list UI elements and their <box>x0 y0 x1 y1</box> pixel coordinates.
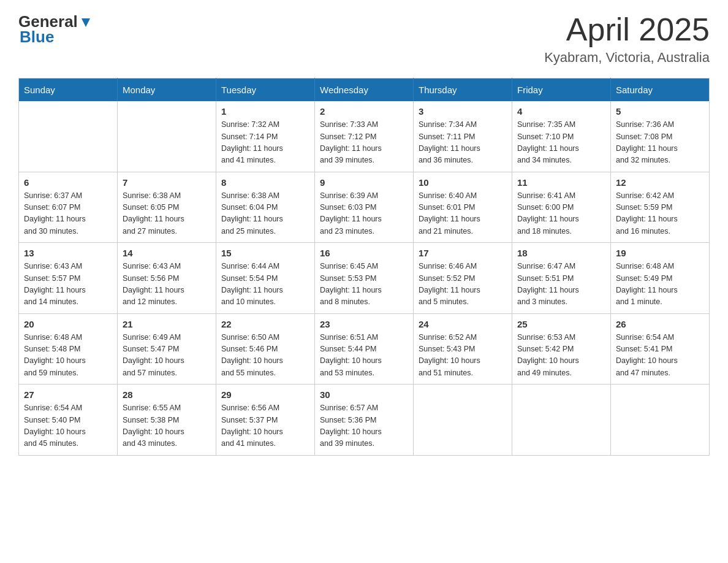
weekday-header-monday: Monday <box>118 79 216 102</box>
weekday-row: SundayMondayTuesdayWednesdayThursdayFrid… <box>19 79 710 102</box>
day-number: 30 <box>320 389 408 400</box>
day-info: Sunrise: 6:38 AMSunset: 6:04 PMDaylight:… <box>221 190 309 238</box>
calendar-cell <box>611 385 710 456</box>
day-info: Sunrise: 6:50 AMSunset: 5:46 PMDaylight:… <box>221 332 309 380</box>
weekday-header-thursday: Thursday <box>414 79 512 102</box>
day-number: 25 <box>517 319 605 329</box>
day-info: Sunrise: 6:42 AMSunset: 5:59 PMDaylight:… <box>616 190 704 238</box>
day-info: Sunrise: 6:55 AMSunset: 5:38 PMDaylight:… <box>123 402 211 450</box>
logo-triangle-icon <box>79 16 93 29</box>
calendar-cell: 20Sunrise: 6:48 AMSunset: 5:48 PMDayligh… <box>19 313 118 385</box>
calendar-cell: 25Sunrise: 6:53 AMSunset: 5:42 PMDayligh… <box>512 313 611 385</box>
day-info: Sunrise: 6:49 AMSunset: 5:47 PMDaylight:… <box>123 332 211 380</box>
week-row-5: 27Sunrise: 6:54 AMSunset: 5:40 PMDayligh… <box>19 385 710 456</box>
day-info: Sunrise: 6:41 AMSunset: 6:00 PMDaylight:… <box>517 190 605 238</box>
calendar-cell <box>118 101 216 172</box>
calendar-cell: 14Sunrise: 6:43 AMSunset: 5:56 PMDayligh… <box>118 243 216 314</box>
day-info: Sunrise: 6:45 AMSunset: 5:53 PMDaylight:… <box>320 261 408 308</box>
day-info: Sunrise: 6:54 AMSunset: 5:41 PMDaylight:… <box>616 332 704 380</box>
day-number: 14 <box>123 248 211 258</box>
calendar-cell: 9Sunrise: 6:39 AMSunset: 6:03 PMDaylight… <box>315 172 414 243</box>
calendar-title: April 2025 <box>544 12 710 47</box>
title-block: April 2025 Kyabram, Victoria, Australia <box>544 12 710 66</box>
week-row-2: 6Sunrise: 6:37 AMSunset: 6:07 PMDaylight… <box>19 172 710 243</box>
week-row-4: 20Sunrise: 6:48 AMSunset: 5:48 PMDayligh… <box>19 313 710 385</box>
day-info: Sunrise: 6:54 AMSunset: 5:40 PMDaylight:… <box>24 402 112 450</box>
day-info: Sunrise: 6:56 AMSunset: 5:37 PMDaylight:… <box>221 402 309 450</box>
day-info: Sunrise: 6:44 AMSunset: 5:54 PMDaylight:… <box>221 261 309 308</box>
day-number: 24 <box>419 319 507 329</box>
day-info: Sunrise: 6:40 AMSunset: 6:01 PMDaylight:… <box>419 190 507 238</box>
weekday-header-wednesday: Wednesday <box>315 79 414 102</box>
day-number: 17 <box>419 248 507 258</box>
day-number: 9 <box>320 177 408 188</box>
day-info: Sunrise: 6:57 AMSunset: 5:36 PMDaylight:… <box>320 402 408 450</box>
day-number: 12 <box>616 177 704 188</box>
calendar-cell: 16Sunrise: 6:45 AMSunset: 5:53 PMDayligh… <box>315 243 414 314</box>
calendar-cell <box>414 385 512 456</box>
calendar-cell <box>19 101 118 172</box>
day-info: Sunrise: 7:34 AMSunset: 7:11 PMDaylight:… <box>419 119 507 167</box>
day-number: 1 <box>221 106 309 117</box>
day-info: Sunrise: 6:53 AMSunset: 5:42 PMDaylight:… <box>517 332 605 380</box>
day-number: 20 <box>24 319 112 329</box>
day-number: 22 <box>221 319 309 329</box>
day-number: 27 <box>24 389 112 400</box>
day-info: Sunrise: 7:32 AMSunset: 7:14 PMDaylight:… <box>221 119 309 167</box>
calendar-subtitle: Kyabram, Victoria, Australia <box>544 50 710 66</box>
calendar-body: 1Sunrise: 7:32 AMSunset: 7:14 PMDaylight… <box>19 101 710 455</box>
calendar-cell: 10Sunrise: 6:40 AMSunset: 6:01 PMDayligh… <box>414 172 512 243</box>
day-info: Sunrise: 6:46 AMSunset: 5:52 PMDaylight:… <box>419 261 507 308</box>
calendar-cell: 11Sunrise: 6:41 AMSunset: 6:00 PMDayligh… <box>512 172 611 243</box>
day-info: Sunrise: 7:33 AMSunset: 7:12 PMDaylight:… <box>320 119 408 167</box>
day-number: 19 <box>616 248 704 258</box>
day-number: 23 <box>320 319 408 329</box>
calendar-cell: 23Sunrise: 6:51 AMSunset: 5:44 PMDayligh… <box>315 313 414 385</box>
calendar-cell: 24Sunrise: 6:52 AMSunset: 5:43 PMDayligh… <box>414 313 512 385</box>
day-number: 5 <box>616 106 704 117</box>
day-number: 4 <box>517 106 605 117</box>
calendar-cell: 28Sunrise: 6:55 AMSunset: 5:38 PMDayligh… <box>118 385 216 456</box>
day-number: 7 <box>123 177 211 188</box>
day-number: 6 <box>24 177 112 188</box>
day-info: Sunrise: 6:37 AMSunset: 6:07 PMDaylight:… <box>24 190 112 238</box>
calendar-cell: 6Sunrise: 6:37 AMSunset: 6:07 PMDaylight… <box>19 172 118 243</box>
day-info: Sunrise: 7:36 AMSunset: 7:08 PMDaylight:… <box>616 119 704 167</box>
day-info: Sunrise: 6:47 AMSunset: 5:51 PMDaylight:… <box>517 261 605 308</box>
calendar-cell: 3Sunrise: 7:34 AMSunset: 7:11 PMDaylight… <box>414 101 512 172</box>
day-number: 15 <box>221 248 309 258</box>
calendar-cell <box>512 385 611 456</box>
day-number: 2 <box>320 106 408 117</box>
calendar-cell: 29Sunrise: 6:56 AMSunset: 5:37 PMDayligh… <box>216 385 315 456</box>
weekday-header-friday: Friday <box>512 79 611 102</box>
day-number: 29 <box>221 389 309 400</box>
day-number: 3 <box>419 106 507 117</box>
calendar-table: SundayMondayTuesdayWednesdayThursdayFrid… <box>18 78 710 456</box>
calendar-cell: 4Sunrise: 7:35 AMSunset: 7:10 PMDaylight… <box>512 101 611 172</box>
weekday-header-tuesday: Tuesday <box>216 79 315 102</box>
day-info: Sunrise: 6:48 AMSunset: 5:49 PMDaylight:… <box>616 261 704 308</box>
calendar-cell: 22Sunrise: 6:50 AMSunset: 5:46 PMDayligh… <box>216 313 315 385</box>
logo-text-blue: Blue <box>20 28 54 47</box>
day-number: 18 <box>517 248 605 258</box>
day-number: 16 <box>320 248 408 258</box>
day-number: 26 <box>616 319 704 329</box>
day-number: 10 <box>419 177 507 188</box>
day-info: Sunrise: 6:52 AMSunset: 5:43 PMDaylight:… <box>419 332 507 380</box>
calendar-cell: 21Sunrise: 6:49 AMSunset: 5:47 PMDayligh… <box>118 313 216 385</box>
page-header: General Blue April 2025 Kyabram, Victori… <box>18 12 710 66</box>
svg-marker-0 <box>82 18 90 27</box>
calendar-cell: 18Sunrise: 6:47 AMSunset: 5:51 PMDayligh… <box>512 243 611 314</box>
calendar-cell: 5Sunrise: 7:36 AMSunset: 7:08 PMDaylight… <box>611 101 710 172</box>
calendar-cell: 30Sunrise: 6:57 AMSunset: 5:36 PMDayligh… <box>315 385 414 456</box>
calendar-cell: 17Sunrise: 6:46 AMSunset: 5:52 PMDayligh… <box>414 243 512 314</box>
day-info: Sunrise: 6:43 AMSunset: 5:57 PMDaylight:… <box>24 261 112 308</box>
calendar-cell: 7Sunrise: 6:38 AMSunset: 6:05 PMDaylight… <box>118 172 216 243</box>
day-number: 21 <box>123 319 211 329</box>
calendar-header: SundayMondayTuesdayWednesdayThursdayFrid… <box>19 79 710 102</box>
day-info: Sunrise: 6:51 AMSunset: 5:44 PMDaylight:… <box>320 332 408 380</box>
calendar-cell: 13Sunrise: 6:43 AMSunset: 5:57 PMDayligh… <box>19 243 118 314</box>
week-row-1: 1Sunrise: 7:32 AMSunset: 7:14 PMDaylight… <box>19 101 710 172</box>
week-row-3: 13Sunrise: 6:43 AMSunset: 5:57 PMDayligh… <box>19 243 710 314</box>
weekday-header-sunday: Sunday <box>19 79 118 102</box>
